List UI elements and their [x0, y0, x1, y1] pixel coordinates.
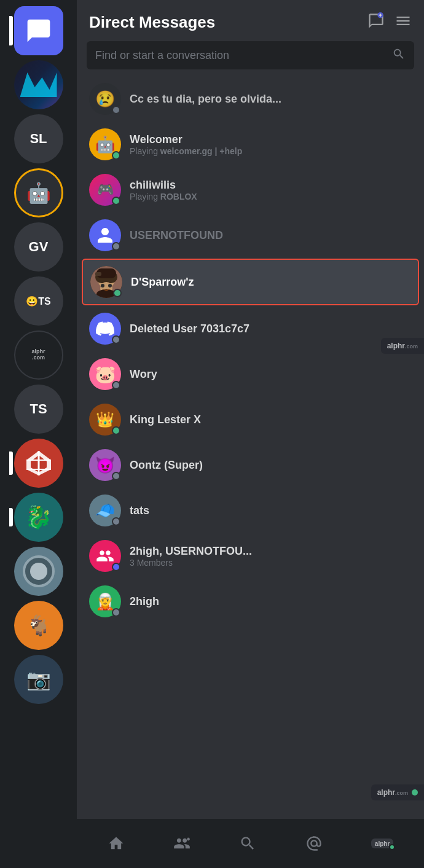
server-icon-gv[interactable]: GV [14, 222, 63, 272]
dm-info: Welcomer Playing welcomer.gg | +help [130, 133, 242, 156]
bottom-nav: alphr [77, 819, 424, 868]
dm-info: USERNOTFOUND [130, 229, 223, 242]
nav-mentions[interactable] [296, 830, 332, 857]
list-item[interactable]: 🤖 Welcomer Playing welcomer.gg | +help [82, 122, 419, 166]
online-indicator [389, 844, 395, 850]
dm-name: Welcomer [130, 133, 242, 146]
menu-button[interactable] [395, 12, 412, 32]
status-dot [112, 106, 120, 114]
server-slot-red [14, 439, 63, 488]
online-dot [412, 789, 418, 796]
server-slot-alphr: alphr.com [14, 330, 63, 380]
dm-status-text: Playing welcomer.gg | +help [130, 146, 242, 156]
profile-label: alphr [375, 840, 390, 847]
dm-header-title: Direct Messages [89, 13, 215, 32]
server-icon-orange[interactable]: 🐐 [14, 601, 63, 650]
dm-info: Deleted User 7031c7c7 [130, 323, 249, 335]
status-dot [113, 289, 122, 297]
search-bar[interactable] [87, 41, 414, 69]
avatar-wrap: 👑 [89, 404, 121, 436]
avatar-wrap [89, 219, 121, 251]
dm-info: chiliwilis Playing ROBLOX [130, 179, 197, 201]
server-icon-gray2[interactable] [14, 547, 63, 596]
dm-name: King Lester X [130, 413, 201, 426]
avatar-wrap: 🎮 [89, 174, 121, 206]
dm-info: Cc es tu dia, pero se olvida... [130, 93, 281, 106]
server-slot-emojits: 😀TS [14, 276, 63, 326]
new-dm-button[interactable] [367, 12, 385, 32]
server-icon-teal[interactable]: 🐉 [14, 493, 63, 542]
status-dot [112, 426, 120, 435]
alphr-profile-badge: alphr [371, 839, 393, 848]
alphr-watermark-bottom: alphr.com [371, 784, 424, 800]
avatar-wrap: 😢 [89, 83, 121, 115]
server-icon-sl[interactable]: SL [14, 114, 63, 163]
status-dot [112, 151, 120, 160]
list-item[interactable]: 🐷 Wory [82, 352, 419, 396]
user-icon [96, 226, 114, 244]
list-item[interactable]: 🧝 2high [82, 579, 419, 624]
list-item[interactable]: 🧢 tats [82, 488, 419, 533]
search-icon [392, 47, 406, 63]
dm-info: Oontz (Super) [130, 459, 203, 472]
server-icon-1[interactable] [14, 60, 63, 109]
dm-name: 2high [130, 595, 159, 608]
dm-info: tats [130, 504, 149, 517]
dm-panel: Direct Messages [77, 0, 424, 868]
menu-icon [395, 12, 412, 29]
status-dot [112, 242, 120, 251]
dm-info: King Lester X [130, 413, 201, 426]
status-dot [112, 563, 120, 571]
avatar-wrap: 🐷 [89, 358, 121, 390]
nav-profile[interactable]: alphr [361, 834, 403, 853]
dm-info: 2high [130, 595, 159, 608]
alphr-watermark-mid: alphr.com [381, 338, 424, 354]
server-icon-alphr[interactable]: alphr.com [14, 330, 63, 380]
active-pill-teal [9, 508, 13, 526]
dm-name: Deleted User 7031c7c7 [130, 323, 249, 335]
server-icon-ts[interactable]: TS [14, 385, 63, 434]
server-slot-ts: TS [14, 385, 63, 434]
server-slot-photo: 📷 [14, 655, 63, 704]
list-item[interactable]: Deleted User 7031c7c7 [82, 307, 419, 351]
dm-list: 😢 Cc es tu dia, pero se olvida... 🤖 Welc… [77, 77, 424, 819]
avatar-wrap [89, 313, 121, 345]
status-dot [112, 517, 120, 526]
list-item[interactable]: 😈 Oontz (Super) [82, 443, 419, 487]
search-nav-icon [239, 835, 256, 852]
home-icon [108, 835, 125, 852]
server-slot-teal: 🐉 [14, 493, 63, 542]
server-slot-gv: GV [14, 222, 63, 272]
avatar-wrap: 🧝 [89, 585, 121, 617]
list-item[interactable]: 😢 Cc es tu dia, pero se olvida... [82, 77, 419, 121]
server-icon-photo[interactable]: 📷 [14, 655, 63, 704]
nav-home[interactable] [98, 830, 135, 857]
server-sidebar: SL 🤖 GV 😀TS alphr.com TS [0, 0, 77, 868]
dm-status-text: 3 Members [130, 558, 252, 568]
list-item[interactable]: 2high, USERNOTFOU... 3 Members [82, 534, 419, 578]
server-icon-red[interactable] [14, 439, 63, 488]
active-pill-red [9, 452, 13, 475]
search-input[interactable] [95, 49, 386, 62]
status-dot [112, 335, 120, 344]
server-slot-sl: SL [14, 114, 63, 163]
watermark-bottom: alphr.com [371, 784, 424, 800]
nav-search[interactable] [229, 830, 266, 857]
dm-name: Cc es tu dia, pero se olvida... [130, 93, 281, 106]
list-item[interactable]: 🎮 chiliwilis Playing ROBLOX [82, 168, 419, 212]
server-slot-robot: 🤖 [14, 168, 63, 217]
server-slot-orange: 🐐 [14, 601, 63, 650]
svg-point-12 [108, 284, 112, 287]
server-icon-emojits[interactable]: 😀TS [14, 276, 63, 326]
avatar-wrap [90, 266, 122, 298]
nav-friends[interactable] [163, 830, 200, 857]
list-item[interactable]: 👑 King Lester X [82, 397, 419, 442]
server-icon-robot[interactable]: 🤖 [14, 168, 63, 217]
list-item[interactable]: D'Sparrow'z [82, 259, 419, 305]
at-icon [305, 835, 323, 852]
status-dot [112, 472, 120, 480]
list-item[interactable]: USERNOTFOUND [82, 213, 419, 257]
server-slot-dm [14, 6, 63, 55]
dm-name: 2high, USERNOTFOU... [130, 545, 252, 558]
dm-icon[interactable] [14, 6, 63, 55]
